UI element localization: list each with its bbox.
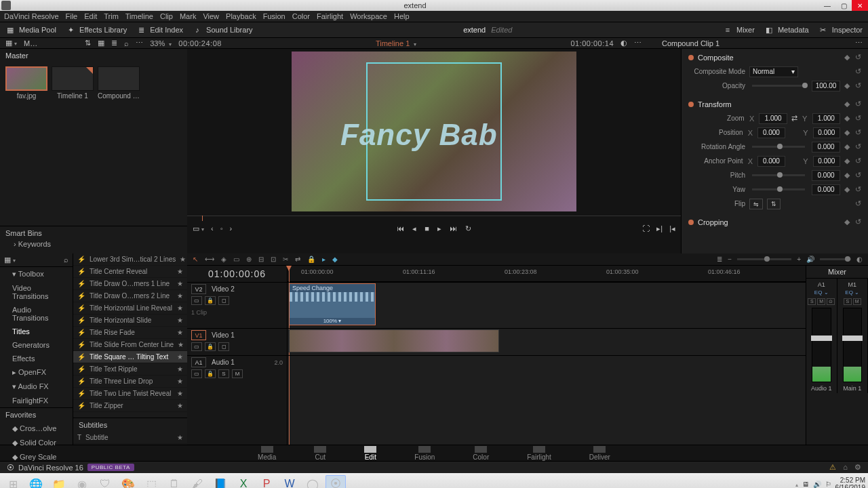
fader[interactable] bbox=[812, 308, 831, 382]
page-fairlight[interactable]: Fairlight bbox=[527, 446, 551, 461]
title-preset-item[interactable]: ⚡Title Three Line Drop★ bbox=[73, 375, 187, 388]
link-icon[interactable]: ⇄ bbox=[791, 114, 797, 123]
flip-v-button[interactable]: ⇅ bbox=[767, 199, 781, 209]
taskbar-powerpoint-icon[interactable]: P bbox=[256, 475, 277, 488]
reset-icon[interactable]: ↺ bbox=[855, 100, 861, 108]
reset-icon[interactable]: ↺ bbox=[855, 199, 861, 208]
zoom-out-icon[interactable]: − bbox=[728, 256, 732, 263]
prev-frame-button[interactable]: ◂ bbox=[412, 224, 416, 233]
favorite-star-icon[interactable]: ★ bbox=[177, 268, 183, 275]
bin-path[interactable]: M… bbox=[24, 39, 37, 47]
favorite-item[interactable]: ◆ Grey Scale bbox=[0, 450, 73, 464]
composite-section[interactable]: Composite bbox=[698, 54, 734, 62]
reset-icon[interactable]: ↺ bbox=[855, 128, 861, 137]
loop-button[interactable]: ↻ bbox=[465, 224, 471, 233]
category-item[interactable]: Audio Transitions bbox=[0, 303, 73, 325]
reset-icon[interactable]: ↺ bbox=[855, 53, 861, 62]
keyframe-icon[interactable]: ◆ bbox=[844, 114, 850, 123]
taskbar-chrome-icon[interactable]: ◉ bbox=[72, 475, 92, 488]
keyframe-icon[interactable]: ◆ bbox=[844, 81, 850, 90]
timeline-view-icon[interactable]: ≣ bbox=[717, 256, 722, 263]
yaw-slider[interactable] bbox=[752, 188, 805, 190]
media-clip[interactable]: Compound Clip 1 bbox=[98, 66, 140, 100]
thumb-view-icon[interactable]: ▦ bbox=[98, 39, 104, 47]
category-item[interactable]: Video Transitions bbox=[0, 281, 73, 303]
keyframe-icon[interactable]: ◆ bbox=[844, 142, 850, 151]
page-edit[interactable]: Edit bbox=[364, 446, 376, 461]
reset-icon[interactable]: ↺ bbox=[855, 81, 861, 90]
page-cut[interactable]: Cut bbox=[314, 446, 326, 461]
taskbar-app-icon[interactable]: 🖌 bbox=[187, 475, 208, 488]
track-lane-v2[interactable]: Speed Change 100% ▾ bbox=[288, 282, 806, 328]
taskbar-app-icon[interactable]: 📘 bbox=[210, 475, 231, 488]
zoom-y-input[interactable]: 1.000 bbox=[812, 113, 840, 124]
title-preset-item[interactable]: ⚡Title Center Reveal★ bbox=[73, 266, 187, 278]
menu-item[interactable]: DaVinci Resolve bbox=[4, 12, 59, 20]
title-preset-item[interactable]: ⚡Lower 3rd Sim…tical 2 Lines★ bbox=[73, 253, 187, 266]
favorite-star-icon[interactable]: ★ bbox=[177, 353, 183, 361]
zoom-x-input[interactable]: 1.000 bbox=[759, 113, 787, 124]
taskbar-paint-icon[interactable]: 🎨 bbox=[118, 475, 138, 488]
timeline-ruler[interactable]: 01:00:00:00 01:00:11:16 01:00:23:08 01:0… bbox=[288, 266, 806, 282]
pitch-slider[interactable] bbox=[752, 174, 805, 176]
reset-icon[interactable]: ↺ bbox=[855, 171, 861, 180]
viewer-scrubber[interactable] bbox=[187, 216, 681, 221]
taskbar-obs-icon[interactable]: ◯ bbox=[302, 475, 323, 488]
menu-item[interactable]: Timeline bbox=[125, 12, 153, 20]
keyframe-icon[interactable]: ◆ bbox=[844, 53, 850, 62]
next-frame-button[interactable]: ⏭ bbox=[450, 224, 457, 232]
zoom-in-icon[interactable]: + bbox=[797, 256, 801, 263]
go-in-icon[interactable]: ▸| bbox=[656, 224, 663, 233]
cropping-section[interactable]: Cropping bbox=[698, 218, 728, 226]
search-icon[interactable]: ⌕ bbox=[64, 256, 68, 264]
viewer-canvas[interactable]: Fancy Bab bbox=[292, 52, 576, 211]
first-frame-button[interactable]: ⏮ bbox=[397, 224, 404, 232]
reset-icon[interactable]: ↺ bbox=[855, 218, 861, 226]
page-deliver[interactable]: Deliver bbox=[589, 446, 610, 461]
panel-dropdown[interactable]: ▦ bbox=[4, 256, 16, 264]
bin-master[interactable]: Master bbox=[0, 49, 187, 62]
keyframe-icon[interactable]: ◆ bbox=[844, 157, 850, 165]
flag-icon[interactable]: ▸ bbox=[322, 256, 326, 263]
title-preset-item[interactable]: ⚡Title Horizontal Line Reveal★ bbox=[73, 302, 187, 314]
effects-library-button[interactable]: ✦Effects Library bbox=[66, 25, 127, 35]
favorite-item[interactable]: ◆ Solid Color bbox=[0, 436, 73, 450]
timeline-timecode[interactable]: 01:00:00:06 bbox=[187, 266, 287, 282]
favorite-star-icon[interactable]: ★ bbox=[177, 378, 183, 385]
nav-marker-icon[interactable]: ◦ bbox=[220, 224, 223, 233]
sound-library-button[interactable]: ♪Sound Library bbox=[193, 25, 253, 35]
anchor-x-input[interactable]: 0.000 bbox=[757, 156, 785, 167]
reset-icon[interactable]: ↺ bbox=[855, 67, 861, 76]
keyframe-icon[interactable]: ◆ bbox=[844, 218, 850, 226]
inspector-button[interactable]: ✂Inspector bbox=[818, 25, 863, 35]
favorite-star-icon[interactable]: ★ bbox=[177, 280, 183, 287]
tray-clock[interactable]: 2:52 PM6/16/2019 bbox=[835, 476, 866, 488]
keyframe-icon[interactable]: ◆ bbox=[844, 171, 850, 180]
taskbar-defender-icon[interactable]: 🛡 bbox=[95, 475, 115, 488]
track-header-a1[interactable]: A1Audio 12.0 ▭🔒SM bbox=[187, 355, 287, 382]
favorite-star-icon[interactable]: ★ bbox=[178, 341, 184, 348]
lock-track-icon[interactable]: 🔒 bbox=[205, 296, 216, 305]
smart-bins-header[interactable]: Smart Bins bbox=[5, 229, 182, 237]
replace-icon[interactable]: ⊡ bbox=[271, 256, 276, 263]
auto-select-icon[interactable]: ▭ bbox=[191, 296, 202, 305]
selection-tool-icon[interactable]: ↖ bbox=[193, 256, 198, 263]
pitch-value[interactable]: 0.000 bbox=[812, 170, 840, 181]
favorite-item[interactable]: ◆ Cros…olve bbox=[0, 422, 73, 436]
fullscreen-icon[interactable]: ⛶ bbox=[642, 224, 650, 233]
search-icon[interactable]: ⌕ bbox=[124, 39, 129, 47]
tray-flag-icon[interactable]: ⚐ bbox=[825, 481, 831, 488]
edit-index-button[interactable]: ≣Edit Index bbox=[136, 25, 183, 35]
close-button[interactable]: ✕ bbox=[852, 0, 868, 11]
tray-volume-icon[interactable]: 🔊 bbox=[813, 481, 821, 488]
menu-item[interactable]: Color bbox=[292, 12, 310, 20]
track-header-v2[interactable]: V2Video 2 ▭🔒◻ 1 Clip bbox=[187, 282, 287, 328]
timeline-zoom-slider[interactable] bbox=[737, 258, 791, 260]
start-button[interactable]: ⊞ bbox=[3, 475, 23, 488]
menu-item[interactable]: View bbox=[203, 12, 219, 20]
tray-app-icon[interactable]: 🖥 bbox=[802, 481, 809, 488]
media-pool-button[interactable]: ▦Media Pool bbox=[5, 25, 56, 35]
menu-item[interactable]: Trim bbox=[104, 12, 119, 20]
track-lane-a1[interactable] bbox=[288, 355, 806, 382]
menu-item[interactable]: Help bbox=[394, 12, 410, 20]
